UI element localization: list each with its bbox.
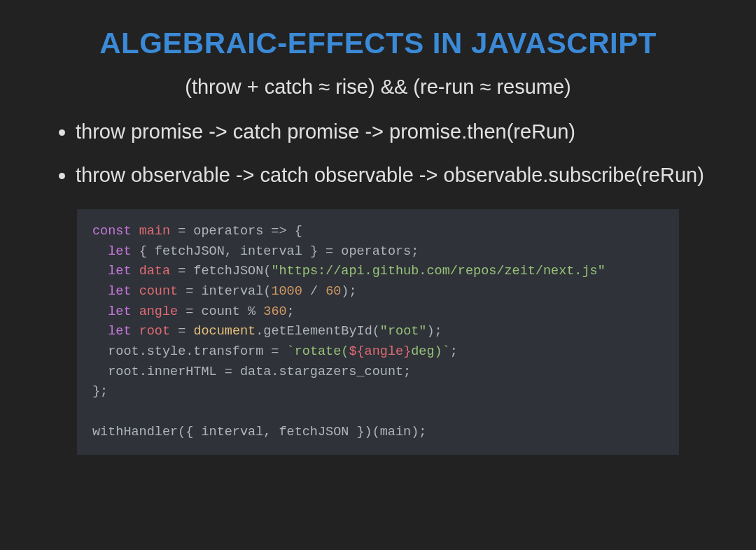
code-text: = interval( [178,284,271,299]
code-snippet: const main = operators => { let { fetchJ… [77,209,679,455]
code-number: 60 [326,284,341,299]
bullet-list: throw promise -> catch promise -> promis… [49,117,707,190]
code-text: ); [426,324,442,339]
list-item: throw promise -> catch promise -> promis… [76,117,707,146]
code-keyword: const [92,224,132,239]
code-object: document [193,324,255,339]
code-identifier: root [139,324,170,339]
code-text: ); [341,284,356,299]
code-string: "https://api.github.com/repos/zeit/next.… [271,264,605,278]
code-identifier: angle [139,304,178,319]
code-template: ` [287,344,295,359]
code-text: = [170,324,193,339]
code-text: withHandler({ interval, fetchJSON })(mai… [92,425,426,439]
code-text: .getElementById( [255,324,380,339]
code-template: rotate( [295,344,349,359]
code-text: ; [287,304,295,319]
code-identifier: count [139,284,178,299]
code-identifier: main [139,224,170,239]
code-text: root.innerHTML = data.stargazers_count; [108,365,411,379]
code-identifier: data [139,264,170,278]
code-keyword: let [108,304,131,319]
code-keyword: let [108,244,131,259]
slide-subtitle: (throw + catch ≈ rise) && (re-run ≈ resu… [49,76,707,99]
code-keyword: let [108,264,131,278]
code-template-var: angle [365,344,404,359]
code-number: 360 [263,304,286,319]
code-number: 1000 [271,284,302,299]
code-text: = operators => { [170,224,302,239]
code-text: / [302,284,326,299]
code-text: = fetchJSON( [170,264,271,278]
code-text: ; [450,344,458,359]
code-text: { fetchJSON, interval } = operators; [139,244,419,259]
code-string: "root" [380,324,427,339]
code-template-var: ${ [349,344,364,359]
code-template: ` [442,344,450,359]
code-template-var: } [403,344,411,359]
code-text: }; [92,384,108,399]
code-text: = count % [178,304,263,319]
code-template: deg) [411,344,442,359]
list-item: throw observable -> catch observable -> … [76,160,707,190]
slide-title: ALGEBRAIC-EFFECTS IN JAVASCRIPT [49,27,707,60]
code-keyword: let [108,284,131,299]
code-text: root.style.transform = [108,344,286,359]
code-keyword: let [108,324,131,339]
